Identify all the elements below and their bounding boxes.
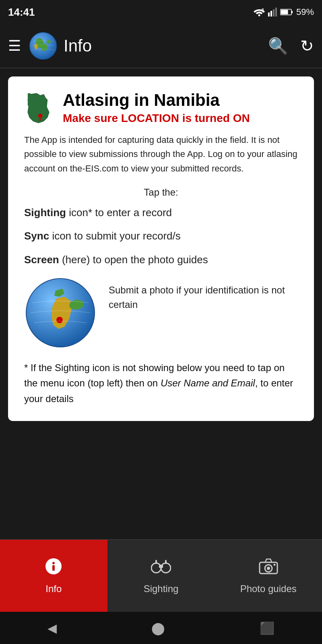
instruction-screen-bold: Screen — [24, 254, 59, 266]
svg-rect-2 — [268, 12, 270, 17]
wifi-icon: R — [254, 8, 265, 17]
app-title: Info — [64, 36, 268, 56]
svg-rect-4 — [273, 9, 275, 17]
nav-label-photo: Photo guides — [240, 583, 297, 594]
footer-note: * If the Sighting icon is not showing be… — [24, 360, 298, 407]
instruction-sighting-bold: Sighting — [24, 206, 66, 219]
nav-item-sighting[interactable]: Sighting — [107, 540, 215, 612]
hamburger-icon[interactable]: ☰ — [8, 37, 21, 54]
instruction-sync-rest: icon to submit your record/s — [49, 230, 181, 242]
info-nav-icon — [45, 557, 62, 579]
nav-label-info: Info — [45, 583, 62, 594]
info-card: Atlasing in Namibia Make sure LOCATION i… — [8, 76, 314, 421]
card-header: Atlasing in Namibia Make sure LOCATION i… — [24, 91, 298, 125]
namibia-shape-icon — [24, 93, 56, 125]
instruction-sighting: Sighting icon* to enter a record — [24, 205, 298, 220]
refresh-icon[interactable]: ↻ — [300, 37, 314, 55]
app-bar: ☰ Info 🔍 ↻ — [0, 24, 322, 68]
svg-text:R: R — [262, 8, 264, 11]
main-content: Atlasing in Namibia Make sure LOCATION i… — [0, 68, 322, 539]
android-nav: ◀ ⬤ ⬛ — [0, 612, 322, 644]
card-description: The App is intended for capturing data q… — [24, 133, 298, 175]
instruction-sighting-rest: icon* to enter a record — [66, 206, 172, 219]
svg-rect-5 — [275, 8, 277, 17]
status-icons: R 59% — [254, 7, 314, 17]
home-button[interactable]: ⬤ — [151, 621, 165, 635]
svg-point-20 — [52, 562, 55, 564]
globe-icon-card[interactable] — [24, 277, 97, 349]
battery-icon — [280, 8, 293, 16]
svg-rect-7 — [291, 11, 293, 13]
signal-icon — [268, 8, 277, 17]
svg-rect-3 — [270, 11, 272, 17]
status-time: 14:41 — [8, 6, 35, 19]
svg-point-22 — [151, 563, 161, 573]
instruction-screen-rest: (here) to open the photo guides — [59, 254, 208, 266]
instruction-sync-bold: Sync — [24, 230, 49, 242]
svg-rect-24 — [159, 565, 163, 568]
instruction-screen: Screen (here) to open the photo guides — [24, 252, 298, 267]
nav-item-photo[interactable]: Photo guides — [215, 540, 322, 612]
svg-rect-21 — [52, 565, 55, 571]
battery-text: 59% — [296, 7, 314, 17]
photo-nav-icon — [258, 557, 279, 579]
svg-point-18 — [56, 317, 63, 323]
tap-label: Tap the: — [24, 187, 298, 198]
recents-button[interactable]: ⬛ — [260, 621, 275, 635]
nav-label-sighting: Sighting — [144, 583, 179, 594]
globe-row: Submit a photo if your identification is… — [24, 277, 298, 349]
svg-point-12 — [46, 40, 51, 43]
card-title-block: Atlasing in Namibia Make sure LOCATION i… — [63, 91, 298, 125]
svg-point-15 — [38, 114, 43, 118]
dark-area — [8, 421, 314, 445]
bottom-nav: Info Sighting Photo guides — [0, 539, 322, 612]
search-icon[interactable]: 🔍 — [268, 37, 288, 56]
svg-point-0 — [258, 14, 260, 17]
status-bar: 14:41 R 59% — [0, 0, 322, 24]
sighting-nav-icon — [151, 557, 171, 579]
svg-point-28 — [273, 564, 275, 566]
footer-note-italic: User Name and Email — [161, 378, 255, 388]
nav-item-info[interactable]: Info — [0, 540, 107, 612]
svg-point-23 — [161, 563, 171, 573]
back-button[interactable]: ◀ — [47, 621, 57, 635]
svg-rect-8 — [281, 10, 288, 14]
card-title: Atlasing in Namibia — [63, 91, 298, 109]
instruction-sync: Sync icon to submit your record/s — [24, 229, 298, 243]
card-subtitle: Make sure LOCATION is turned ON — [63, 112, 298, 125]
svg-point-27 — [267, 567, 270, 570]
globe-icon-header — [29, 32, 57, 60]
svg-point-13 — [34, 43, 37, 49]
globe-caption: Submit a photo if your identification is… — [109, 277, 298, 312]
svg-rect-14 — [28, 93, 31, 106]
